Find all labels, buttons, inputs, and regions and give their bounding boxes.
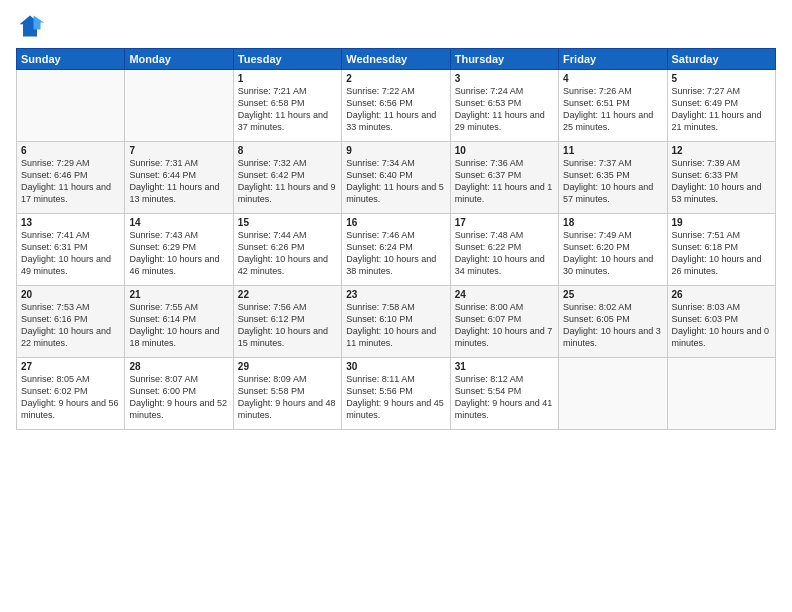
cell-content: Sunrise: 7:51 AM Sunset: 6:18 PM Dayligh… xyxy=(672,229,771,278)
day-number: 22 xyxy=(238,289,337,300)
day-number: 30 xyxy=(346,361,445,372)
calendar-cell: 28Sunrise: 8:07 AM Sunset: 6:00 PM Dayli… xyxy=(125,358,233,430)
header xyxy=(16,12,776,40)
cell-content: Sunrise: 8:02 AM Sunset: 6:05 PM Dayligh… xyxy=(563,301,662,350)
cell-content: Sunrise: 7:34 AM Sunset: 6:40 PM Dayligh… xyxy=(346,157,445,206)
day-number: 10 xyxy=(455,145,554,156)
day-number: 18 xyxy=(563,217,662,228)
calendar-cell: 10Sunrise: 7:36 AM Sunset: 6:37 PM Dayli… xyxy=(450,142,558,214)
day-number: 31 xyxy=(455,361,554,372)
calendar-cell xyxy=(559,358,667,430)
calendar-cell: 27Sunrise: 8:05 AM Sunset: 6:02 PM Dayli… xyxy=(17,358,125,430)
day-number: 7 xyxy=(129,145,228,156)
day-number: 2 xyxy=(346,73,445,84)
calendar-cell: 1Sunrise: 7:21 AM Sunset: 6:58 PM Daylig… xyxy=(233,70,341,142)
calendar-cell xyxy=(125,70,233,142)
day-number: 17 xyxy=(455,217,554,228)
day-number: 4 xyxy=(563,73,662,84)
day-number: 6 xyxy=(21,145,120,156)
calendar-cell: 13Sunrise: 7:41 AM Sunset: 6:31 PM Dayli… xyxy=(17,214,125,286)
day-number: 26 xyxy=(672,289,771,300)
cell-content: Sunrise: 7:32 AM Sunset: 6:42 PM Dayligh… xyxy=(238,157,337,206)
cell-content: Sunrise: 7:22 AM Sunset: 6:56 PM Dayligh… xyxy=(346,85,445,134)
day-number: 16 xyxy=(346,217,445,228)
weekday-header-thursday: Thursday xyxy=(450,49,558,70)
calendar-week-row: 6Sunrise: 7:29 AM Sunset: 6:46 PM Daylig… xyxy=(17,142,776,214)
cell-content: Sunrise: 8:12 AM Sunset: 5:54 PM Dayligh… xyxy=(455,373,554,422)
calendar-cell: 31Sunrise: 8:12 AM Sunset: 5:54 PM Dayli… xyxy=(450,358,558,430)
day-number: 9 xyxy=(346,145,445,156)
calendar-cell xyxy=(667,358,775,430)
day-number: 14 xyxy=(129,217,228,228)
day-number: 12 xyxy=(672,145,771,156)
cell-content: Sunrise: 7:26 AM Sunset: 6:51 PM Dayligh… xyxy=(563,85,662,134)
cell-content: Sunrise: 8:05 AM Sunset: 6:02 PM Dayligh… xyxy=(21,373,120,422)
cell-content: Sunrise: 7:39 AM Sunset: 6:33 PM Dayligh… xyxy=(672,157,771,206)
calendar-cell: 5Sunrise: 7:27 AM Sunset: 6:49 PM Daylig… xyxy=(667,70,775,142)
cell-content: Sunrise: 8:03 AM Sunset: 6:03 PM Dayligh… xyxy=(672,301,771,350)
calendar-cell: 9Sunrise: 7:34 AM Sunset: 6:40 PM Daylig… xyxy=(342,142,450,214)
weekday-header-saturday: Saturday xyxy=(667,49,775,70)
calendar-cell: 3Sunrise: 7:24 AM Sunset: 6:53 PM Daylig… xyxy=(450,70,558,142)
weekday-header-friday: Friday xyxy=(559,49,667,70)
cell-content: Sunrise: 7:27 AM Sunset: 6:49 PM Dayligh… xyxy=(672,85,771,134)
cell-content: Sunrise: 7:58 AM Sunset: 6:10 PM Dayligh… xyxy=(346,301,445,350)
cell-content: Sunrise: 8:11 AM Sunset: 5:56 PM Dayligh… xyxy=(346,373,445,422)
calendar-cell: 22Sunrise: 7:56 AM Sunset: 6:12 PM Dayli… xyxy=(233,286,341,358)
calendar-cell: 20Sunrise: 7:53 AM Sunset: 6:16 PM Dayli… xyxy=(17,286,125,358)
calendar-cell: 7Sunrise: 7:31 AM Sunset: 6:44 PM Daylig… xyxy=(125,142,233,214)
day-number: 8 xyxy=(238,145,337,156)
calendar-cell: 29Sunrise: 8:09 AM Sunset: 5:58 PM Dayli… xyxy=(233,358,341,430)
cell-content: Sunrise: 7:44 AM Sunset: 6:26 PM Dayligh… xyxy=(238,229,337,278)
day-number: 25 xyxy=(563,289,662,300)
cell-content: Sunrise: 7:37 AM Sunset: 6:35 PM Dayligh… xyxy=(563,157,662,206)
page: SundayMondayTuesdayWednesdayThursdayFrid… xyxy=(0,0,792,612)
day-number: 3 xyxy=(455,73,554,84)
weekday-header-monday: Monday xyxy=(125,49,233,70)
weekday-header-wednesday: Wednesday xyxy=(342,49,450,70)
day-number: 1 xyxy=(238,73,337,84)
calendar-cell: 30Sunrise: 8:11 AM Sunset: 5:56 PM Dayli… xyxy=(342,358,450,430)
cell-content: Sunrise: 7:46 AM Sunset: 6:24 PM Dayligh… xyxy=(346,229,445,278)
cell-content: Sunrise: 7:43 AM Sunset: 6:29 PM Dayligh… xyxy=(129,229,228,278)
weekday-header-sunday: Sunday xyxy=(17,49,125,70)
day-number: 21 xyxy=(129,289,228,300)
day-number: 11 xyxy=(563,145,662,156)
calendar-cell: 11Sunrise: 7:37 AM Sunset: 6:35 PM Dayli… xyxy=(559,142,667,214)
logo-icon xyxy=(16,12,44,40)
cell-content: Sunrise: 8:09 AM Sunset: 5:58 PM Dayligh… xyxy=(238,373,337,422)
calendar-cell: 14Sunrise: 7:43 AM Sunset: 6:29 PM Dayli… xyxy=(125,214,233,286)
cell-content: Sunrise: 7:55 AM Sunset: 6:14 PM Dayligh… xyxy=(129,301,228,350)
weekday-header-row: SundayMondayTuesdayWednesdayThursdayFrid… xyxy=(17,49,776,70)
day-number: 20 xyxy=(21,289,120,300)
cell-content: Sunrise: 7:53 AM Sunset: 6:16 PM Dayligh… xyxy=(21,301,120,350)
cell-content: Sunrise: 7:36 AM Sunset: 6:37 PM Dayligh… xyxy=(455,157,554,206)
cell-content: Sunrise: 7:56 AM Sunset: 6:12 PM Dayligh… xyxy=(238,301,337,350)
calendar-week-row: 27Sunrise: 8:05 AM Sunset: 6:02 PM Dayli… xyxy=(17,358,776,430)
cell-content: Sunrise: 7:41 AM Sunset: 6:31 PM Dayligh… xyxy=(21,229,120,278)
cell-content: Sunrise: 7:21 AM Sunset: 6:58 PM Dayligh… xyxy=(238,85,337,134)
calendar-cell: 2Sunrise: 7:22 AM Sunset: 6:56 PM Daylig… xyxy=(342,70,450,142)
day-number: 29 xyxy=(238,361,337,372)
calendar-week-row: 13Sunrise: 7:41 AM Sunset: 6:31 PM Dayli… xyxy=(17,214,776,286)
day-number: 28 xyxy=(129,361,228,372)
day-number: 27 xyxy=(21,361,120,372)
day-number: 19 xyxy=(672,217,771,228)
day-number: 23 xyxy=(346,289,445,300)
calendar-cell xyxy=(17,70,125,142)
cell-content: Sunrise: 7:48 AM Sunset: 6:22 PM Dayligh… xyxy=(455,229,554,278)
calendar-cell: 23Sunrise: 7:58 AM Sunset: 6:10 PM Dayli… xyxy=(342,286,450,358)
calendar-table: SundayMondayTuesdayWednesdayThursdayFrid… xyxy=(16,48,776,430)
calendar-week-row: 1Sunrise: 7:21 AM Sunset: 6:58 PM Daylig… xyxy=(17,70,776,142)
calendar-cell: 19Sunrise: 7:51 AM Sunset: 6:18 PM Dayli… xyxy=(667,214,775,286)
calendar-cell: 15Sunrise: 7:44 AM Sunset: 6:26 PM Dayli… xyxy=(233,214,341,286)
calendar-cell: 8Sunrise: 7:32 AM Sunset: 6:42 PM Daylig… xyxy=(233,142,341,214)
logo xyxy=(16,12,46,40)
calendar-cell: 12Sunrise: 7:39 AM Sunset: 6:33 PM Dayli… xyxy=(667,142,775,214)
calendar-week-row: 20Sunrise: 7:53 AM Sunset: 6:16 PM Dayli… xyxy=(17,286,776,358)
day-number: 24 xyxy=(455,289,554,300)
calendar-cell: 17Sunrise: 7:48 AM Sunset: 6:22 PM Dayli… xyxy=(450,214,558,286)
day-number: 13 xyxy=(21,217,120,228)
calendar-cell: 24Sunrise: 8:00 AM Sunset: 6:07 PM Dayli… xyxy=(450,286,558,358)
cell-content: Sunrise: 7:49 AM Sunset: 6:20 PM Dayligh… xyxy=(563,229,662,278)
